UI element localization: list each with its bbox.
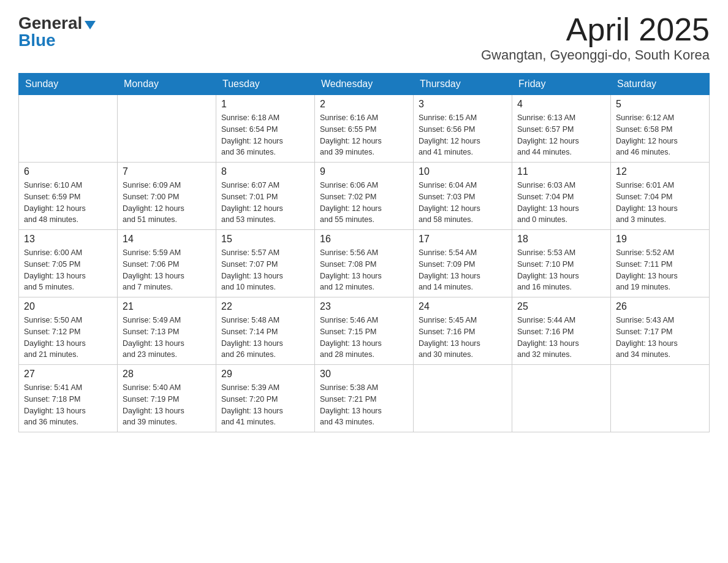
calendar-cell: 9Sunrise: 6:06 AMSunset: 7:02 PMDaylight… [315,163,414,230]
calendar-cell: 1Sunrise: 6:18 AMSunset: 6:54 PMDaylight… [216,95,315,163]
day-number: 18 [517,234,605,245]
calendar-cell [512,365,611,432]
day-info: Sunrise: 6:12 AMSunset: 6:58 PMDaylight:… [616,112,704,158]
day-number: 22 [221,301,309,312]
day-info: Sunrise: 5:48 AMSunset: 7:14 PMDaylight:… [221,315,309,361]
calendar-cell: 17Sunrise: 5:54 AMSunset: 7:09 PMDayligh… [414,230,512,297]
calendar-cell: 26Sunrise: 5:43 AMSunset: 7:17 PMDayligh… [611,297,710,365]
calendar-cell: 25Sunrise: 5:44 AMSunset: 7:16 PMDayligh… [512,297,611,365]
day-number: 28 [123,369,211,380]
calendar-cell: 12Sunrise: 6:01 AMSunset: 7:04 PMDayligh… [611,163,710,230]
week-row-2: 6Sunrise: 6:10 AMSunset: 6:59 PMDaylight… [19,163,710,230]
calendar-cell [611,365,710,432]
header: General Blue April 2025 Gwangtan, Gyeong… [18,12,710,63]
logo-general-text: General [18,15,82,32]
day-number: 4 [517,99,605,110]
calendar-cell [414,365,512,432]
calendar-cell: 19Sunrise: 5:52 AMSunset: 7:11 PMDayligh… [611,230,710,297]
day-info: Sunrise: 6:10 AMSunset: 6:59 PMDaylight:… [24,180,112,226]
day-number: 15 [221,234,309,245]
day-number: 3 [419,99,507,110]
title-section: April 2025 Gwangtan, Gyeonggi-do, South … [481,12,710,63]
calendar-cell: 5Sunrise: 6:12 AMSunset: 6:58 PMDaylight… [611,95,710,163]
day-number: 12 [616,166,704,177]
day-info: Sunrise: 6:15 AMSunset: 6:56 PMDaylight:… [419,112,507,158]
calendar-cell: 27Sunrise: 5:41 AMSunset: 7:18 PMDayligh… [19,365,118,432]
day-number: 6 [24,166,112,177]
day-info: Sunrise: 6:09 AMSunset: 7:00 PMDaylight:… [123,180,211,226]
day-number: 2 [320,99,408,110]
week-row-1: 1Sunrise: 6:18 AMSunset: 6:54 PMDaylight… [19,95,710,163]
day-number: 1 [221,99,309,110]
calendar-cell: 24Sunrise: 5:45 AMSunset: 7:16 PMDayligh… [414,297,512,365]
day-number: 5 [616,99,704,110]
calendar-cell: 2Sunrise: 6:16 AMSunset: 6:55 PMDaylight… [315,95,414,163]
day-number: 19 [616,234,704,245]
day-number: 26 [616,301,704,312]
calendar-cell: 11Sunrise: 6:03 AMSunset: 7:04 PMDayligh… [512,163,611,230]
day-info: Sunrise: 5:39 AMSunset: 7:20 PMDaylight:… [221,382,309,428]
calendar-cell: 30Sunrise: 5:38 AMSunset: 7:21 PMDayligh… [315,365,414,432]
day-info: Sunrise: 5:50 AMSunset: 7:12 PMDaylight:… [24,315,112,361]
calendar-cell: 7Sunrise: 6:09 AMSunset: 7:00 PMDaylight… [118,163,216,230]
day-info: Sunrise: 5:44 AMSunset: 7:16 PMDaylight:… [517,315,605,361]
day-info: Sunrise: 5:59 AMSunset: 7:06 PMDaylight:… [123,247,211,293]
week-row-4: 20Sunrise: 5:50 AMSunset: 7:12 PMDayligh… [19,297,710,365]
day-info: Sunrise: 5:57 AMSunset: 7:07 PMDaylight:… [221,247,309,293]
calendar-cell: 16Sunrise: 5:56 AMSunset: 7:08 PMDayligh… [315,230,414,297]
day-info: Sunrise: 6:01 AMSunset: 7:04 PMDaylight:… [616,180,704,226]
day-number: 21 [123,301,211,312]
calendar-cell: 18Sunrise: 5:53 AMSunset: 7:10 PMDayligh… [512,230,611,297]
calendar-body: 1Sunrise: 6:18 AMSunset: 6:54 PMDaylight… [19,95,710,432]
day-number: 8 [221,166,309,177]
day-info: Sunrise: 5:45 AMSunset: 7:16 PMDaylight:… [419,315,507,361]
calendar-cell: 22Sunrise: 5:48 AMSunset: 7:14 PMDayligh… [216,297,315,365]
calendar-cell: 23Sunrise: 5:46 AMSunset: 7:15 PMDayligh… [315,297,414,365]
day-info: Sunrise: 5:40 AMSunset: 7:19 PMDaylight:… [123,382,211,428]
calendar-cell: 29Sunrise: 5:39 AMSunset: 7:20 PMDayligh… [216,365,315,432]
day-number: 9 [320,166,408,177]
day-number: 10 [419,166,507,177]
column-header-sunday: Sunday [19,74,118,95]
day-info: Sunrise: 5:41 AMSunset: 7:18 PMDaylight:… [24,382,112,428]
column-header-saturday: Saturday [611,74,710,95]
calendar-cell: 8Sunrise: 6:07 AMSunset: 7:01 PMDaylight… [216,163,315,230]
column-header-tuesday: Tuesday [216,74,315,95]
logo-blue-text: Blue [18,32,56,49]
week-row-3: 13Sunrise: 6:00 AMSunset: 7:05 PMDayligh… [19,230,710,297]
calendar-cell: 4Sunrise: 6:13 AMSunset: 6:57 PMDaylight… [512,95,611,163]
logo: General Blue [18,12,96,49]
day-info: Sunrise: 5:54 AMSunset: 7:09 PMDaylight:… [419,247,507,293]
day-info: Sunrise: 6:16 AMSunset: 6:55 PMDaylight:… [320,112,408,158]
day-info: Sunrise: 5:38 AMSunset: 7:21 PMDaylight:… [320,382,408,428]
day-number: 16 [320,234,408,245]
day-info: Sunrise: 6:06 AMSunset: 7:02 PMDaylight:… [320,180,408,226]
day-number: 11 [517,166,605,177]
day-info: Sunrise: 5:53 AMSunset: 7:10 PMDaylight:… [517,247,605,293]
calendar-cell: 10Sunrise: 6:04 AMSunset: 7:03 PMDayligh… [414,163,512,230]
calendar-header-row: SundayMondayTuesdayWednesdayThursdayFrid… [19,74,710,95]
day-number: 27 [24,369,112,380]
day-number: 7 [123,166,211,177]
day-number: 13 [24,234,112,245]
calendar-cell: 6Sunrise: 6:10 AMSunset: 6:59 PMDaylight… [19,163,118,230]
column-header-thursday: Thursday [414,74,512,95]
day-info: Sunrise: 6:03 AMSunset: 7:04 PMDaylight:… [517,180,605,226]
day-number: 24 [419,301,507,312]
day-info: Sunrise: 5:46 AMSunset: 7:15 PMDaylight:… [320,315,408,361]
day-number: 17 [419,234,507,245]
calendar-table: SundayMondayTuesdayWednesdayThursdayFrid… [18,73,710,432]
column-header-friday: Friday [512,74,611,95]
calendar-cell: 3Sunrise: 6:15 AMSunset: 6:56 PMDaylight… [414,95,512,163]
calendar-cell [19,95,118,163]
day-info: Sunrise: 5:56 AMSunset: 7:08 PMDaylight:… [320,247,408,293]
day-number: 29 [221,369,309,380]
day-number: 23 [320,301,408,312]
day-info: Sunrise: 6:00 AMSunset: 7:05 PMDaylight:… [24,247,112,293]
day-info: Sunrise: 5:43 AMSunset: 7:17 PMDaylight:… [616,315,704,361]
day-number: 30 [320,369,408,380]
day-number: 14 [123,234,211,245]
calendar-cell: 13Sunrise: 6:00 AMSunset: 7:05 PMDayligh… [19,230,118,297]
week-row-5: 27Sunrise: 5:41 AMSunset: 7:18 PMDayligh… [19,365,710,432]
calendar-cell [118,95,216,163]
